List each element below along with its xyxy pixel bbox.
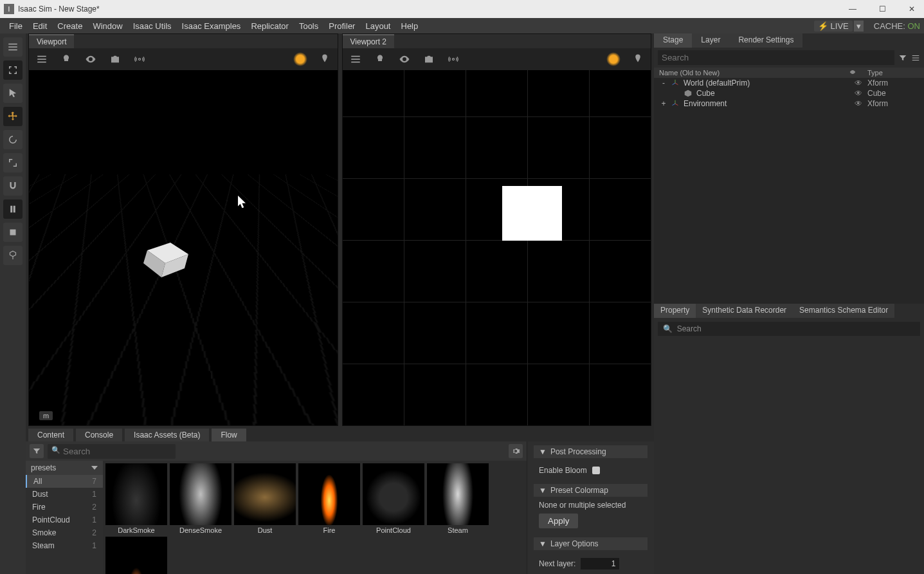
pause-button[interactable] [3, 199, 23, 219]
stage-search-input[interactable] [658, 50, 894, 65]
vp1-eye-icon[interactable] [82, 50, 100, 68]
vp2-eye-icon[interactable] [395, 50, 413, 68]
preset-cat-pointcloud[interactable]: PointCloud1 [26, 514, 103, 526]
menu-layout[interactable]: Layout [360, 20, 395, 32]
snap-tool[interactable] [3, 176, 23, 196]
menu-edit[interactable]: Edit [28, 20, 52, 32]
scale-tool[interactable] [3, 153, 23, 172]
rotate-tool[interactable] [3, 130, 23, 149]
viewport2-canvas[interactable] [343, 70, 651, 425]
vp1-pin-icon[interactable] [316, 50, 334, 68]
presets-header[interactable]: presets [26, 461, 103, 475]
preset-cat-steam[interactable]: Steam1 [26, 539, 103, 552]
preset-pointcloud[interactable]: PointCloud [363, 463, 424, 534]
preset-extra[interactable] [105, 537, 167, 574]
menu-window[interactable]: Window [87, 20, 127, 32]
visibility-toggle[interactable]: 👁 [855, 79, 867, 88]
viewport1-canvas[interactable]: m [29, 70, 338, 425]
tab-flow[interactable]: Flow [212, 429, 246, 441]
flow-filter-icon[interactable] [30, 444, 44, 458]
vp1-settings-icon[interactable] [33, 50, 51, 68]
menu-profiler[interactable]: Profiler [323, 20, 360, 32]
stage-menu-icon[interactable] [911, 53, 920, 62]
colormap-status: None or multiple selected [539, 501, 642, 510]
menu-help[interactable]: Help [396, 20, 424, 32]
physics-tool[interactable] [3, 246, 23, 265]
vp2-light-icon[interactable] [371, 50, 389, 68]
vp2-audio-icon[interactable] [444, 50, 462, 68]
hamburger-icon[interactable] [3, 37, 23, 57]
vp1-camera-icon[interactable] [106, 50, 124, 68]
preset-fire[interactable]: Fire [298, 463, 360, 534]
menu-isaac-examples[interactable]: Isaac Examples [177, 20, 246, 32]
flow-settings-icon[interactable] [509, 444, 523, 458]
viewport1-unit: m [39, 411, 53, 420]
stop-button[interactable] [3, 223, 23, 242]
section-preset-colormap[interactable]: ▼Preset Colormap [534, 484, 648, 497]
stage-node-world[interactable]: - World (defaultPrim) 👁 Xform [654, 78, 924, 88]
stage-col-name[interactable]: Name (Old to New) [659, 69, 848, 77]
section-post-processing[interactable]: ▼Post Processing [534, 445, 648, 458]
menu-isaac-utils[interactable]: Isaac Utils [128, 20, 177, 32]
enable-bloom-label: Enable Bloom [539, 466, 587, 475]
tab-synthetic-data[interactable]: Synthetic Data Recorder [696, 304, 793, 318]
cache-status: CACHE: ON [874, 21, 920, 31]
frame-tool[interactable] [3, 60, 23, 80]
close-button[interactable]: ✕ [903, 5, 920, 14]
menu-create[interactable]: Create [52, 20, 87, 32]
menu-file[interactable]: File [4, 20, 28, 32]
move-tool[interactable] [3, 107, 23, 126]
stage-filter-icon[interactable] [898, 53, 907, 62]
enable-bloom-checkbox[interactable] [592, 467, 600, 474]
tab-console[interactable]: Console [76, 429, 122, 441]
tab-content[interactable]: Content [28, 429, 73, 441]
vp1-light-icon[interactable] [57, 50, 75, 68]
scene-cube-top [502, 186, 562, 241]
select-tool[interactable] [3, 84, 23, 103]
bolt-icon: ⚡ [818, 21, 828, 31]
vp2-sun-icon[interactable] [604, 50, 622, 68]
vp1-sun-icon[interactable] [291, 50, 309, 68]
preset-steam[interactable]: Steam [427, 463, 489, 534]
tab-semantics[interactable]: Semantics Schema Editor [793, 304, 894, 318]
tab-stage[interactable]: Stage [654, 33, 692, 48]
preset-cat-fire[interactable]: Fire2 [26, 501, 103, 514]
tab-layer[interactable]: Layer [692, 33, 729, 48]
menu-tools[interactable]: Tools [294, 20, 323, 32]
preset-darksmoke[interactable]: DarkSmoke [105, 463, 167, 534]
apply-button[interactable]: Apply [539, 514, 578, 528]
menu-replicator[interactable]: Replicator [246, 20, 294, 32]
app-logo: I [4, 4, 14, 14]
axes-icon [671, 99, 681, 108]
tab-property[interactable]: Property [654, 304, 696, 318]
flow-search-input[interactable] [48, 444, 176, 459]
vp1-audio-icon[interactable] [131, 50, 149, 68]
cube-icon [684, 89, 694, 98]
stage-col-vis [848, 69, 867, 77]
preset-densesmoke[interactable]: DenseSmoke [170, 463, 231, 534]
section-layer-options[interactable]: ▼Layer Options [534, 537, 648, 550]
viewport1-tab[interactable]: Viewport [29, 34, 74, 48]
vp2-settings-icon[interactable] [347, 50, 365, 68]
property-search-input[interactable]: 🔍 Search [658, 322, 920, 336]
preset-dust[interactable]: Dust [234, 463, 296, 534]
tab-isaac-assets[interactable]: Isaac Assets (Beta) [125, 429, 209, 441]
visibility-toggle[interactable]: 👁 [855, 99, 867, 108]
window-title: Isaac Sim - New Stage* [18, 5, 844, 14]
viewport2-tab[interactable]: Viewport 2 [343, 34, 394, 48]
stage-col-type[interactable]: Type [867, 69, 919, 77]
preset-cat-all[interactable]: All7 [26, 475, 103, 488]
vp2-pin-icon[interactable] [629, 50, 647, 68]
maximize-button[interactable]: ☐ [874, 5, 891, 14]
live-dropdown[interactable]: ▾ [854, 21, 864, 32]
tab-render-settings[interactable]: Render Settings [729, 33, 802, 48]
live-badge[interactable]: ⚡ LIVE [814, 21, 853, 32]
minimize-button[interactable]: — [844, 5, 861, 14]
preset-cat-dust[interactable]: Dust1 [26, 488, 103, 501]
vp2-camera-icon[interactable] [420, 50, 438, 68]
next-layer-value[interactable]: 1 [581, 558, 619, 569]
preset-cat-smoke[interactable]: Smoke2 [26, 526, 103, 539]
visibility-toggle[interactable]: 👁 [855, 89, 867, 98]
stage-node-cube[interactable]: Cube 👁 Cube [654, 88, 924, 98]
stage-node-environment[interactable]: + Environment 👁 Xform [654, 98, 924, 109]
